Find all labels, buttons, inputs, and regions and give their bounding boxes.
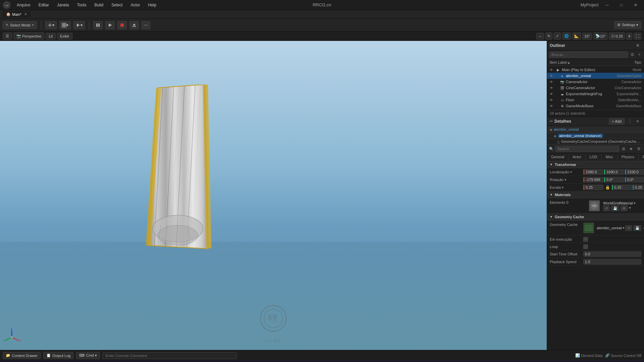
scale-icon-btn[interactable]: ⤢ — [554, 33, 561, 40]
tab-main[interactable]: 🏠 Main* ✕ — [3, 11, 31, 17]
scale-dropdown-icon[interactable]: ▾ — [562, 185, 564, 189]
eye-icon-fog[interactable]: 👁 — [550, 92, 553, 96]
select-mode-button[interactable]: ↖ Select Mode ▾ — [3, 21, 37, 29]
outliner-search-input[interactable] — [549, 52, 628, 58]
tree-item-alembic[interactable]: 👁 ◈ alembic_unreal GeometryCache — [547, 73, 644, 79]
details-options-button[interactable]: ⋮ — [626, 118, 634, 124]
tree-item-cinecamera[interactable]: 👁 🎬 CineCameraActor CineCameraActor — [547, 85, 644, 91]
camera-speed-btn[interactable]: 🎥 0.25 — [609, 33, 625, 40]
eye-icon-main[interactable]: 👁 — [550, 68, 553, 72]
maximize-button[interactable]: □ — [616, 1, 627, 9]
maximize-viewport-btn[interactable]: ⛶ — [634, 33, 641, 40]
snap-button[interactable]: ▾ — [59, 21, 71, 29]
cmd-button[interactable]: ⌨ Cmd ▾ — [76, 352, 100, 359]
scale-z-input[interactable] — [633, 185, 644, 190]
tree-item-gamemode[interactable]: 👁 ⚙ GameModeBase GameModeBase — [547, 103, 644, 109]
material-more-icon[interactable]: ▾ — [629, 205, 631, 211]
location-x-input[interactable] — [583, 169, 603, 175]
viewport[interactable]: X Y Z RRCG 人人素材 — [0, 41, 547, 350]
rotate-icon-btn[interactable]: ↻ — [545, 33, 552, 40]
geometry-cache-dropdown[interactable]: ▾ — [623, 226, 625, 230]
rotation-x-input[interactable] — [583, 177, 603, 182]
minimize-button[interactable]: ─ — [602, 1, 613, 9]
geometry-cache-reset-icon[interactable]: ↺ — [642, 226, 644, 230]
rotation-y-input[interactable] — [604, 177, 624, 182]
scale-lock-icon[interactable]: 🔒 — [604, 185, 611, 190]
eye-icon-cinecamera[interactable]: 👁 — [550, 86, 553, 90]
material-save-button[interactable]: 💾 — [611, 205, 619, 211]
menu-editar[interactable]: Editar — [35, 1, 52, 9]
show-button[interactable]: Exibir — [57, 33, 72, 40]
details-add-button[interactable]: + Add — [609, 118, 625, 124]
material-browse-button[interactable]: ↺ — [603, 205, 610, 211]
outliner-settings-icon[interactable]: ⚙ — [629, 52, 636, 58]
camera-speed-button[interactable]: ▾ — [73, 21, 85, 29]
outliner-close-button[interactable]: ✕ — [634, 43, 641, 49]
material-dropdown-arrow[interactable]: ▾ — [634, 201, 636, 205]
tree-item-fog[interactable]: 👁 ☁ ExponentialHeightFog ExponentialHe..… — [547, 91, 644, 97]
menu-arquivo[interactable]: Arquivo — [13, 1, 34, 9]
details-settings-icon[interactable]: ⚙ — [636, 146, 642, 152]
geometry-cache-save-button[interactable]: 💾 — [633, 225, 641, 231]
details-close-button[interactable]: ✕ — [634, 118, 641, 124]
pause-button[interactable] — [93, 21, 103, 29]
details-grid-icon[interactable]: ⊞ — [621, 146, 627, 152]
location-y-input[interactable] — [604, 169, 624, 175]
playback-speed-input[interactable] — [583, 259, 641, 264]
select-mode-dropdown-icon[interactable]: ▾ — [32, 23, 34, 27]
content-drawer-button[interactable]: 📁 Content Drawer — [3, 352, 41, 359]
tab-general[interactable]: General — [547, 154, 569, 161]
location-dropdown-icon[interactable]: ▾ — [570, 170, 572, 174]
source-control-button[interactable]: 🔗 Source Control Off — [605, 353, 641, 358]
tab-rendering[interactable]: Rendering — [639, 154, 644, 161]
rotation-dropdown-icon[interactable]: ▾ — [565, 178, 567, 182]
surface-snap-btn[interactable]: 📐 — [572, 33, 581, 40]
materials-section-header[interactable]: ▼ Materials — [547, 191, 644, 198]
scale-y-input[interactable] — [612, 185, 632, 190]
tab-misc[interactable]: Misc — [601, 154, 618, 161]
console-input[interactable] — [103, 352, 237, 359]
details-star-icon[interactable]: ★ — [628, 146, 634, 152]
menu-help[interactable]: Help — [145, 1, 160, 9]
menu-select[interactable]: Select — [108, 1, 126, 9]
running-checkbox[interactable] — [583, 237, 588, 242]
viewport-count-btn[interactable]: 4 — [626, 33, 632, 40]
material-settings-button[interactable]: ⚙ — [621, 205, 628, 211]
eye-icon-alembic[interactable]: 👁 — [550, 74, 553, 78]
outliner-add-icon[interactable]: + — [637, 52, 642, 58]
details-instance-label[interactable]: alembic_unreal (Instance) — [558, 134, 603, 138]
tree-item-camera[interactable]: 👁 📷 CameraActor CameraActor — [547, 79, 644, 85]
transform-section-header[interactable]: ▼ Transformar — [547, 161, 644, 168]
tree-item-floor[interactable]: 👁 ▭ Floor StaticMeshAc... — [547, 97, 644, 103]
eye-icon-gamemode[interactable]: 👁 — [550, 104, 553, 108]
tree-item-main[interactable]: 👁 ▶ Main (Play In Editor) World — [547, 67, 644, 73]
menu-actor[interactable]: Actor — [127, 1, 143, 9]
more-options-button[interactable]: ⋯ — [142, 21, 150, 29]
tab-actor[interactable]: Actor — [569, 154, 586, 161]
geometry-cache-section-header[interactable]: ▼ Geometry Cache — [547, 214, 644, 221]
details-actor-name[interactable]: alembic_unreal — [554, 127, 641, 131]
perspective-button[interactable]: 📷 Perspective — [13, 33, 44, 40]
details-search-input[interactable] — [555, 146, 619, 152]
lit-button[interactable]: Lit — [46, 33, 56, 40]
transform-mode-button[interactable]: ▾ — [45, 21, 57, 29]
tab-physics[interactable]: Physics — [618, 154, 639, 161]
hamburger-menu-button[interactable]: ☰ — [3, 33, 12, 40]
location-z-input[interactable] — [625, 169, 644, 175]
angle-snap-btn[interactable]: 10° — [582, 33, 592, 40]
rotation-z-input[interactable] — [625, 177, 644, 182]
derived-data-button[interactable]: 📊 Derived Data — [575, 353, 602, 358]
fov-btn[interactable]: 📡 10° — [593, 33, 608, 40]
menu-janela[interactable]: Janela — [54, 1, 72, 9]
eye-icon-floor[interactable]: 👁 — [550, 98, 553, 102]
translate-icon-btn[interactable]: ↔ — [536, 33, 544, 40]
output-log-button[interactable]: 📋 Output Log — [43, 352, 73, 359]
tab-close-icon[interactable]: ✕ — [24, 12, 27, 16]
menu-tools[interactable]: Tools — [73, 1, 90, 9]
geometry-cache-browse-button[interactable]: ↺ — [625, 225, 632, 231]
start-time-input[interactable] — [583, 251, 641, 257]
menu-build[interactable]: Build — [91, 1, 107, 9]
play-button[interactable] — [105, 21, 115, 29]
loop-checkbox[interactable] — [583, 244, 588, 249]
world-local-btn[interactable]: 🌐 — [562, 33, 571, 40]
